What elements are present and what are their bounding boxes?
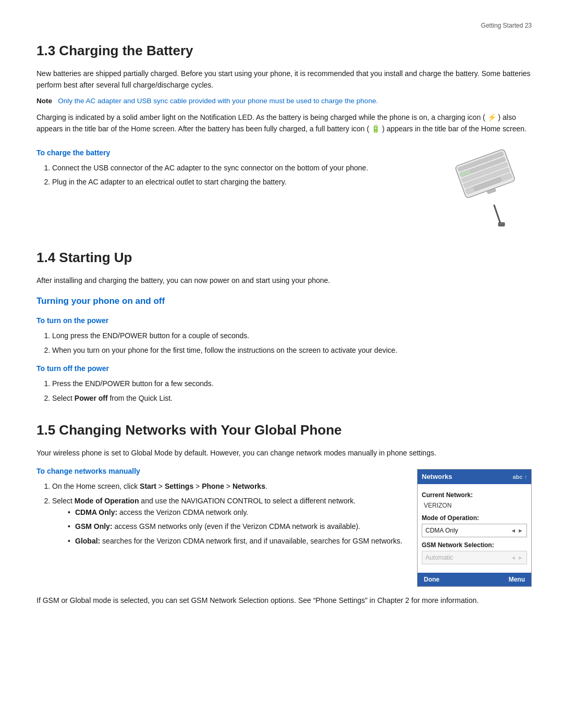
- turn-off-title: To turn off the power: [36, 363, 532, 374]
- phone-illustration: [448, 145, 532, 229]
- section-1-5-footer: If GSM or Global mode is selected, you c…: [36, 595, 532, 607]
- networks-footer: Done Menu: [418, 573, 531, 586]
- page-number: Getting Started 23: [36, 21, 532, 30]
- subsection-turning-title: Turning your phone on and off: [36, 294, 532, 308]
- section-1-3-para-1: New batteries are shipped partially char…: [36, 68, 532, 91]
- networks-title: Networks: [422, 472, 452, 482]
- turn-on-step-1: Long press the END/POWER button for a co…: [52, 330, 532, 342]
- charge-procedure-title: To charge the battery: [36, 147, 433, 158]
- note-label: Note: [36, 97, 52, 105]
- networks-section: Networks abc ↑ Current Network: VERIZON …: [36, 466, 532, 587]
- svg-line-26: [494, 205, 500, 224]
- networks-header-right: abc ↑: [512, 473, 527, 482]
- charge-steps: Connect the USB connector of the AC adap…: [52, 163, 433, 188]
- svg-rect-27: [498, 223, 505, 226]
- section-1-4-title: 1.4 Starting Up: [36, 248, 532, 268]
- cdma-only-bullet: CDMA Only: access the Verizon CDMA netwo…: [68, 507, 532, 519]
- turn-off-step-1: Press the END/POWER button for a few sec…: [52, 378, 532, 390]
- charge-step-2: Plug in the AC adapter to an electrical …: [52, 177, 433, 188]
- networks-done-button[interactable]: Done: [424, 575, 439, 584]
- section-1-4-intro: After installing and charging the batter…: [36, 275, 532, 287]
- charge-step-1: Connect the USB connector of the AC adap…: [52, 163, 433, 174]
- section-1-3-title: 1.3 Charging the Battery: [36, 41, 532, 61]
- current-network-label: Current Network:: [422, 490, 527, 500]
- charging-section: To charge the battery Connect the USB co…: [36, 140, 532, 232]
- gsm-value: Automatic: [425, 553, 453, 562]
- gsm-input: Automatic ◄ ►: [422, 551, 527, 564]
- turn-on-title: To turn on the power: [36, 315, 532, 326]
- note-line: Note Only the AC adapter and USB sync ca…: [36, 96, 532, 107]
- network-mode-bullets: CDMA Only: access the Verizon CDMA netwo…: [68, 507, 532, 547]
- section-1-5-title: 1.5 Changing Networks with Your Global P…: [36, 420, 532, 440]
- turn-off-step-2: Select Power off from the Quick List.: [52, 393, 532, 404]
- gsm-arrows: ◄ ►: [510, 553, 523, 562]
- turn-on-step-2: When you turn on your phone for the firs…: [52, 345, 532, 356]
- networks-header: Networks abc ↑: [418, 470, 531, 484]
- phone-charging-image: [448, 145, 532, 232]
- gsm-only-bullet: GSM Only: access GSM networks only (even…: [68, 521, 532, 533]
- section-1-5-intro: Your wireless phone is set to Global Mod…: [36, 448, 532, 459]
- section-1-3-para-2: Charging is indicated by a solid amber l…: [36, 112, 532, 134]
- charging-text: To charge the battery Connect the USB co…: [36, 140, 433, 193]
- turn-on-steps: Long press the END/POWER button for a co…: [52, 330, 532, 356]
- turn-off-steps: Press the END/POWER button for a few sec…: [52, 378, 532, 404]
- note-text: Only the AC adapter and USB sync cable p…: [58, 97, 378, 105]
- global-bullet: Global: searches for the Verizon CDMA ne…: [68, 536, 532, 547]
- networks-menu-button[interactable]: Menu: [509, 575, 525, 584]
